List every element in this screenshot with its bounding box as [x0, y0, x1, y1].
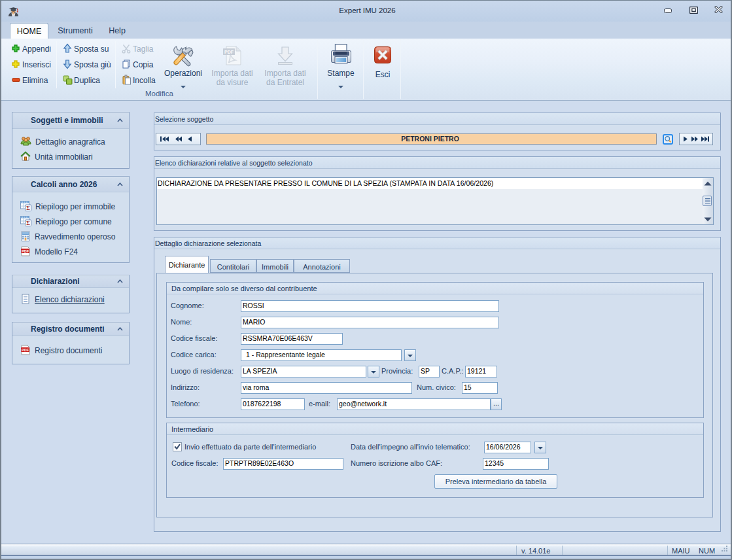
svg-text:Σ: Σ	[26, 205, 30, 211]
svg-text:Σ: Σ	[26, 220, 30, 226]
svg-text:PDF: PDF	[22, 348, 29, 352]
svg-text:PDF: PDF	[224, 50, 234, 54]
svg-text:PDF: PDF	[22, 249, 29, 253]
